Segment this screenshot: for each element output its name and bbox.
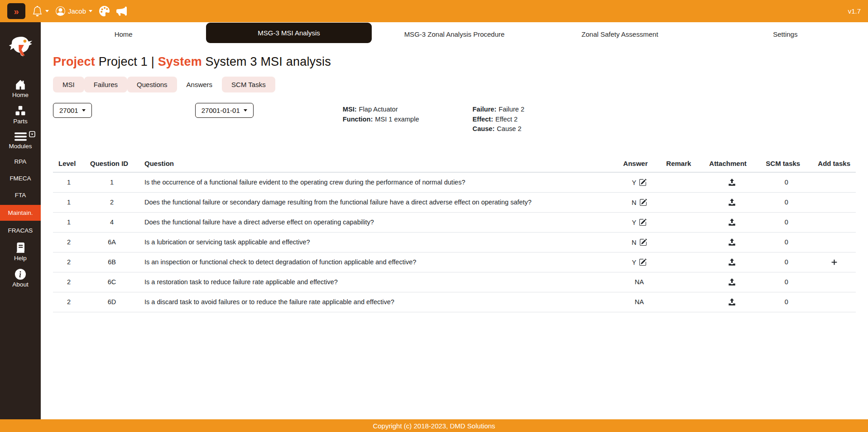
home-icon (15, 79, 26, 90)
nav-tab-zonal-safety-assessment[interactable]: Zonal Safety Assessment (537, 30, 702, 38)
level-cell: 1 (53, 192, 85, 212)
attachment-cell (704, 232, 760, 252)
level-cell: 1 (53, 172, 85, 193)
user-menu[interactable]: Jacob (56, 6, 92, 16)
scm-tasks-cell: 0 (760, 232, 812, 252)
topbar: » Jacob v1.7 (0, 0, 868, 22)
column-header-answer: Answer (618, 155, 661, 172)
notifications-menu[interactable] (32, 6, 49, 16)
table-header-row: LevelQuestion IDQuestionAnswerRemarkAtta… (53, 155, 856, 172)
nav-tab-msg-3-zonal-analysis-procedure[interactable]: MSG-3 Zonal Analysis Procedure (372, 30, 537, 38)
sidebar-item-label: FMECA (10, 175, 31, 182)
attachment-cell (704, 172, 760, 193)
upload-icon[interactable] (728, 258, 736, 266)
megaphone-icon[interactable] (116, 6, 127, 16)
column-header-scm-tasks: SCM tasks (760, 155, 812, 172)
upload-icon[interactable] (728, 238, 736, 246)
attachment-cell (704, 292, 760, 312)
msi-select-dropdown[interactable]: 27001 (53, 103, 92, 118)
level-cell: 1 (53, 212, 85, 232)
sidebar-item-label: About (12, 281, 28, 288)
remark-cell (661, 212, 704, 232)
footer: Copyright (c) 2018-2023, DMD Solutions (0, 419, 868, 432)
sidebar-item-label: Home (12, 92, 29, 98)
sidebar-nav: HomePartsModulesRPAFMECAFTAMaintain.FRAC… (0, 76, 41, 291)
failure-select-value: 27001-01-01 (201, 107, 240, 114)
system-label: System (158, 55, 202, 68)
edit-icon[interactable] (639, 238, 647, 246)
nav-tab-home[interactable]: Home (41, 30, 206, 38)
sidebar-item-fmeca[interactable]: FMECA (0, 170, 41, 187)
add-tasks-cell (812, 252, 856, 272)
level-cell: 2 (53, 272, 85, 292)
cause-value: Cause 2 (497, 125, 521, 132)
sidebar-item-fta[interactable]: FTA (0, 187, 41, 204)
edit-icon[interactable] (639, 179, 647, 186)
plus-icon[interactable] (830, 258, 838, 266)
module-nav: HomeMSG-3 MSI AnalysisMSG-3 Zonal Analys… (41, 22, 868, 46)
help-icon (15, 243, 26, 253)
bell-icon (32, 6, 43, 16)
app-version: v1.7 (848, 7, 861, 15)
answers-table: LevelQuestion IDQuestionAnswerRemarkAtta… (53, 155, 856, 312)
question-id-cell: 6D (85, 292, 139, 312)
upload-icon[interactable] (728, 199, 736, 206)
level-cell: 2 (53, 232, 85, 252)
level-cell: 2 (53, 252, 85, 272)
tab-msi[interactable]: MSI (53, 77, 84, 92)
sidebar-item-help[interactable]: Help (0, 239, 41, 265)
edit-icon[interactable] (639, 218, 647, 226)
sidebar-item-modules[interactable]: Modules (0, 128, 41, 153)
sidebar-item-maintain[interactable]: Maintain. (0, 205, 41, 221)
msi-label: MSI: (343, 106, 357, 113)
main-content: HomeMSG-3 MSI AnalysisMSG-3 Zonal Analys… (41, 22, 868, 419)
question-id-cell: 1 (85, 172, 139, 193)
remark-cell (661, 252, 704, 272)
tab-questions[interactable]: Questions (127, 77, 177, 92)
sidebar-item-label: Parts (13, 118, 28, 125)
table-row: 26BIs an inspection or functional check … (53, 252, 856, 272)
scm-tasks-cell: 0 (760, 172, 812, 193)
column-header-question: Question (139, 155, 618, 172)
tab-scm-tasks[interactable]: SCM Tasks (222, 77, 275, 92)
sidebar-expand-button[interactable]: » (7, 3, 25, 19)
sidebar-item-label: Modules (9, 143, 32, 150)
edit-icon[interactable] (639, 258, 647, 266)
tab-answers[interactable]: Answers (177, 77, 222, 92)
table-row: 26AIs a lubrication or servicing task ap… (53, 232, 856, 252)
function-label: Function: (343, 116, 373, 123)
app-logo-bird-icon[interactable] (8, 34, 33, 63)
chevron-down-icon (244, 109, 247, 112)
sidebar-item-about[interactable]: About (0, 265, 41, 291)
upload-icon[interactable] (728, 298, 736, 306)
upload-icon[interactable] (728, 179, 736, 186)
title-separator: | (151, 55, 154, 68)
sidebar-item-home[interactable]: Home (0, 76, 41, 102)
answer-value: NA (635, 298, 644, 306)
modules-icon (14, 132, 27, 141)
sidebar-item-parts[interactable]: Parts (0, 102, 41, 128)
nav-tab-msg-3-msi-analysis[interactable]: MSG-3 MSI Analysis (206, 23, 371, 43)
tab-failures[interactable]: Failures (84, 77, 127, 92)
project-label: Project (53, 55, 95, 68)
column-header-add-tasks: Add tasks (812, 155, 856, 172)
upload-icon[interactable] (728, 218, 736, 226)
question-cell: Is a restoration task to reduce failure … (139, 272, 618, 292)
failure-select-dropdown[interactable]: 27001-01-01 (195, 103, 254, 118)
attachment-cell (704, 192, 760, 212)
remark-cell (661, 192, 704, 212)
attachment-cell (704, 272, 760, 292)
person-circle-icon (56, 6, 65, 16)
answer-cell: NA (618, 272, 661, 292)
msi-value: Flap Actuator (359, 106, 398, 113)
add-tasks-cell (812, 232, 856, 252)
nav-tab-settings[interactable]: Settings (703, 30, 868, 38)
palette-icon[interactable] (99, 6, 110, 16)
upload-icon[interactable] (728, 278, 736, 286)
about-icon (15, 269, 26, 280)
sidebar-item-fracas[interactable]: FRACAS (0, 222, 41, 239)
project-name: Project 1 (99, 55, 148, 68)
scm-tasks-cell: 0 (760, 252, 812, 272)
edit-icon[interactable] (639, 199, 647, 206)
sidebar-item-rpa[interactable]: RPA (0, 153, 41, 170)
